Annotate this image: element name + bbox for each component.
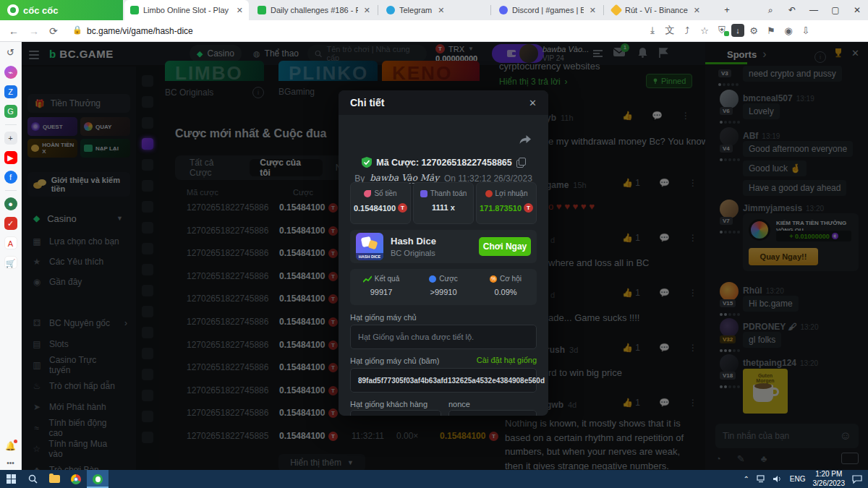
close-button[interactable]: ✕ — [846, 5, 868, 15]
result-col: Kết quả 99917 — [350, 269, 412, 305]
modal-header: Chi tiết ✕ — [339, 90, 548, 115]
tab-close-icon[interactable]: ✕ — [364, 6, 370, 15]
coccoc-logo-icon — [7, 4, 19, 16]
more-icon[interactable]: ••• — [7, 459, 14, 467]
chance-col: %Cơ hội 0.09% — [475, 269, 537, 305]
language-indicator[interactable]: ENG — [790, 475, 806, 483]
action-center-icon[interactable] — [852, 475, 862, 484]
forward-icon[interactable]: → — [29, 25, 39, 37]
tab-separator — [490, 5, 491, 15]
result-box: Kết quả 99917 Cược >99910 %Cơ hội 0.09% — [350, 269, 537, 305]
modal-close-icon[interactable]: ✕ — [529, 98, 537, 108]
tab-separator — [603, 5, 604, 15]
facebook-icon[interactable]: f — [4, 171, 17, 184]
card-icon — [420, 190, 427, 197]
check-app-icon[interactable]: ✓ — [4, 217, 17, 230]
browser-tab-telegram[interactable]: Telegram ✕ — [380, 0, 489, 20]
browser-brand: cốc cốc — [0, 0, 123, 20]
messenger-icon[interactable]: ⌁ — [4, 66, 17, 79]
game-provider: BC Originals — [391, 249, 436, 257]
shopping-cart-icon[interactable]: 🛒 — [4, 256, 17, 269]
copy-icon[interactable] — [516, 158, 525, 167]
verified-shield-icon — [362, 157, 372, 168]
history-icon[interactable]: ↺ — [4, 46, 17, 59]
windows-taskbar: ⌃ ENG 1:20 PM3/26/2023 — [0, 470, 868, 488]
file-explorer-icon[interactable] — [43, 470, 65, 488]
server-seed-hash-label: Hạt giống máy chủ (băm) — [350, 356, 440, 365]
extensions-icon[interactable]: ⚙ — [746, 25, 762, 36]
stat-profit: Lợi nhuận 171.873510T — [476, 182, 537, 224]
browser-tab-binance[interactable]: Rút - Ví - Binance ✕ — [606, 0, 715, 20]
games-icon[interactable]: G — [4, 105, 17, 118]
save-page-icon[interactable]: ⤓ — [644, 25, 660, 36]
bet-id-row: Mã Cược: 127026518227458865 — [339, 157, 548, 168]
tab-close-icon[interactable]: ✕ — [694, 6, 700, 15]
start-button[interactable] — [0, 470, 22, 488]
hash-dice-game-icon: HASH DICE — [356, 233, 383, 260]
media-icon[interactable]: ⚑ — [763, 25, 779, 36]
url-text[interactable]: bc.game/vi/game/hash-dice — [87, 26, 193, 36]
server-seed-field[interactable]: Hạt Giống vẫn chưa được tiết lộ. — [350, 325, 537, 349]
football-icon[interactable]: ● — [4, 197, 17, 210]
server-seed-hash-field[interactable]: 89fad5f77305f03af4b63afd132625a4532e4384… — [350, 368, 537, 393]
zalo-icon[interactable]: Z — [4, 85, 17, 98]
tab-favicon — [386, 6, 395, 14]
tab-separator — [378, 5, 378, 15]
play-now-button[interactable]: Chơi Ngay — [479, 237, 531, 256]
moneybag-icon — [364, 190, 371, 197]
profile-avatar-icon[interactable]: ◉ — [780, 25, 796, 36]
adblock-shield-icon[interactable]: ⛨ — [714, 25, 730, 36]
lock-icon[interactable]: 🔒 — [72, 25, 82, 35]
screen: cốc cốc Limbo Online Slot - Play onli ✕ … — [0, 0, 868, 488]
session-restore-icon[interactable]: ↶ — [781, 5, 803, 15]
client-seed-label: Hạt giống khách hàng — [350, 400, 427, 408]
browser-tab-daily[interactable]: Daily challenges #186 - Flash ✕ — [252, 0, 376, 20]
browser-addressbar: ← → ⟳ 🔒 bc.game/vi/game/hash-dice ⤓ 文 ⤴ … — [0, 20, 868, 42]
news-app-icon[interactable]: A — [4, 236, 17, 249]
server-seed-label: Hạt giống máy chủ — [350, 313, 417, 322]
bookmark-star-icon[interactable]: ☆ — [697, 25, 712, 36]
reload-icon[interactable]: ⟳ — [49, 25, 58, 37]
bet-icon — [429, 275, 436, 283]
back-icon[interactable]: ← — [9, 25, 19, 37]
share-icon[interactable] — [519, 135, 531, 145]
game-name: Hash Dice — [391, 236, 436, 247]
tab-close-icon[interactable]: ✕ — [237, 6, 243, 15]
maximize-button[interactable]: ▢ — [825, 5, 846, 15]
tab-close-icon[interactable]: ✕ — [590, 6, 596, 15]
taskbar-search-icon[interactable] — [22, 470, 43, 488]
divider — [5, 190, 17, 191]
coccoc-taskbar-icon[interactable] — [87, 470, 109, 488]
browser-brand-label: cốc cốc — [23, 5, 58, 16]
downloads-icon[interactable]: ⇩ — [798, 25, 814, 36]
minimize-button[interactable]: — — [803, 5, 825, 15]
trx-coin-icon: T — [398, 203, 407, 213]
share-icon[interactable]: ⤴ — [679, 25, 695, 36]
tab-close-icon[interactable]: ✕ — [438, 6, 444, 15]
translate-icon[interactable]: 文 — [662, 24, 678, 37]
seed-settings-link[interactable]: Cài đặt hạt giống — [477, 356, 537, 364]
tray-chevron-icon[interactable]: ⌃ — [743, 475, 749, 483]
new-tab-button[interactable]: + — [720, 4, 733, 17]
window-controls: ⌕ ↶ — ▢ ✕ — [760, 0, 868, 20]
network-icon[interactable] — [757, 475, 766, 483]
client-seed-field[interactable] — [350, 410, 441, 416]
tab-favicon — [610, 4, 623, 17]
notification-bell-icon[interactable]: 🔔 — [5, 441, 16, 451]
browser-tab-limbo[interactable]: Limbo Online Slot - Play onli ✕ — [124, 0, 249, 20]
youtube-icon[interactable]: ▶ — [4, 151, 17, 164]
bet-col: Cược >99910 — [412, 269, 475, 305]
divider — [5, 124, 17, 125]
clock[interactable]: 1:20 PM3/26/2023 — [813, 470, 846, 488]
browser-tab-discord[interactable]: Discord | #games | BC G ✕ — [493, 0, 602, 20]
add-shortcut-icon[interactable]: + — [4, 132, 17, 145]
volume-icon[interactable] — [773, 475, 783, 483]
nonce-label: nonce — [448, 400, 470, 408]
nonce-field[interactable] — [448, 410, 537, 416]
chrome-icon[interactable] — [65, 470, 87, 488]
download-manager-icon[interactable]: ↓ — [731, 24, 744, 37]
bet-id-text: Mã Cược: 127026518227458865 — [376, 158, 512, 168]
tab-favicon — [499, 6, 508, 14]
browser-tabstrip: cốc cốc Limbo Online Slot - Play onli ✕ … — [0, 0, 868, 20]
tab-search-icon[interactable]: ⌕ — [760, 5, 781, 15]
